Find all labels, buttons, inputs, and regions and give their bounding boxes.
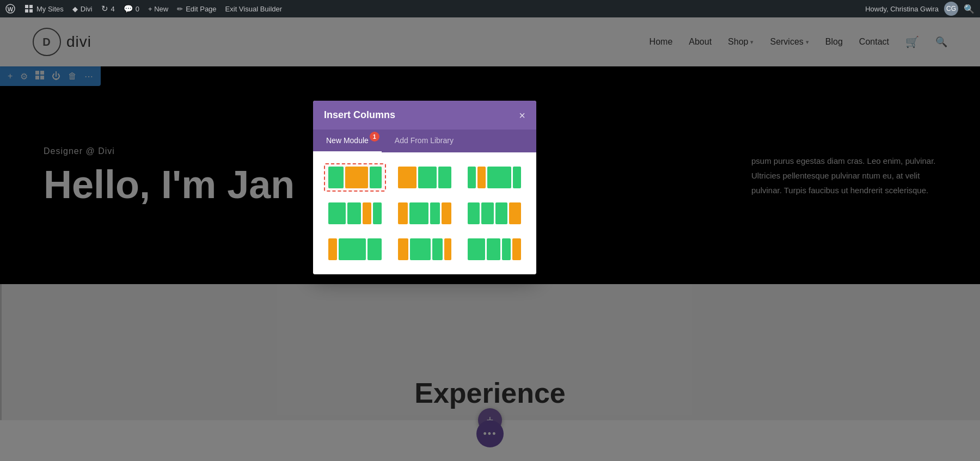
updates-icon: ↻ — [101, 4, 108, 14]
search-icon[interactable]: 🔍 — [964, 4, 975, 14]
column-layout-grid — [324, 163, 525, 263]
divi-icon: ◆ — [72, 5, 78, 13]
svg-rect-2 — [25, 5, 28, 8]
svg-rect-3 — [29, 5, 33, 8]
user-greeting: Howdy, Christina Gwira — [865, 5, 939, 13]
modal-close-button[interactable]: × — [519, 110, 525, 121]
modal-overlay[interactable]: Insert Columns × New Module 1 Add From L… — [0, 0, 980, 461]
svg-rect-5 — [29, 9, 33, 13]
comments-menu[interactable]: 💬 0 — [124, 4, 139, 13]
svg-text:W: W — [8, 6, 14, 13]
edit-page-menu[interactable]: ✏ Edit Page — [177, 5, 216, 13]
new-menu[interactable]: + New — [148, 5, 168, 13]
layout-2col-left-heavy[interactable] — [324, 199, 386, 228]
svg-rect-4 — [25, 9, 28, 13]
user-avatar: CG — [944, 2, 958, 16]
my-sites-label: My Sites — [36, 5, 64, 13]
layout-3col-mid[interactable] — [394, 199, 456, 228]
layout-4col[interactable] — [463, 199, 525, 228]
sites-icon — [24, 4, 34, 14]
layout-2col-eq[interactable] — [394, 163, 456, 192]
tab-new-module[interactable]: New Module 1 — [313, 130, 382, 152]
admin-bar-right: Howdy, Christina Gwira CG 🔍 — [865, 2, 975, 16]
wordpress-icon: W — [5, 4, 15, 14]
divi-label: Divi — [81, 5, 93, 13]
updates-menu[interactable]: ↻ 4 — [101, 4, 115, 14]
modal-tabs: New Module 1 Add From Library — [313, 130, 536, 152]
new-module-tab-label: New Module — [326, 136, 369, 145]
tab-badge: 1 — [370, 132, 379, 142]
modal-title: Insert Columns — [324, 109, 395, 121]
tab-add-from-library[interactable]: Add From Library — [382, 130, 467, 152]
insert-columns-modal: Insert Columns × New Module 1 Add From L… — [313, 101, 536, 274]
modal-body — [313, 152, 536, 274]
layout-1col[interactable] — [324, 163, 386, 192]
layout-3col-right[interactable] — [463, 235, 525, 263]
edit-page-label: Edit Page — [186, 5, 216, 13]
my-sites-menu[interactable]: My Sites — [24, 4, 64, 14]
layout-3col-eq[interactable] — [463, 163, 525, 192]
divi-menu[interactable]: ◆ Divi — [72, 5, 93, 13]
comments-icon: 💬 — [124, 4, 133, 13]
wordpress-logo[interactable]: W — [5, 4, 15, 14]
exit-builder-menu[interactable]: Exit Visual Builder — [225, 5, 283, 13]
admin-bar: W My Sites ◆ Divi ↻ 4 💬 0 + New ✏ Edit P… — [0, 0, 980, 17]
add-from-library-tab-label: Add From Library — [395, 136, 454, 145]
exit-builder-label: Exit Visual Builder — [225, 5, 283, 13]
new-label: + New — [148, 5, 168, 13]
updates-count: 4 — [111, 5, 115, 13]
modal-header: Insert Columns × — [313, 101, 536, 130]
layout-3col-left[interactable] — [324, 235, 386, 263]
layout-3col-center[interactable] — [394, 235, 456, 263]
comments-count: 0 — [136, 5, 139, 13]
edit-icon: ✏ — [177, 5, 183, 13]
